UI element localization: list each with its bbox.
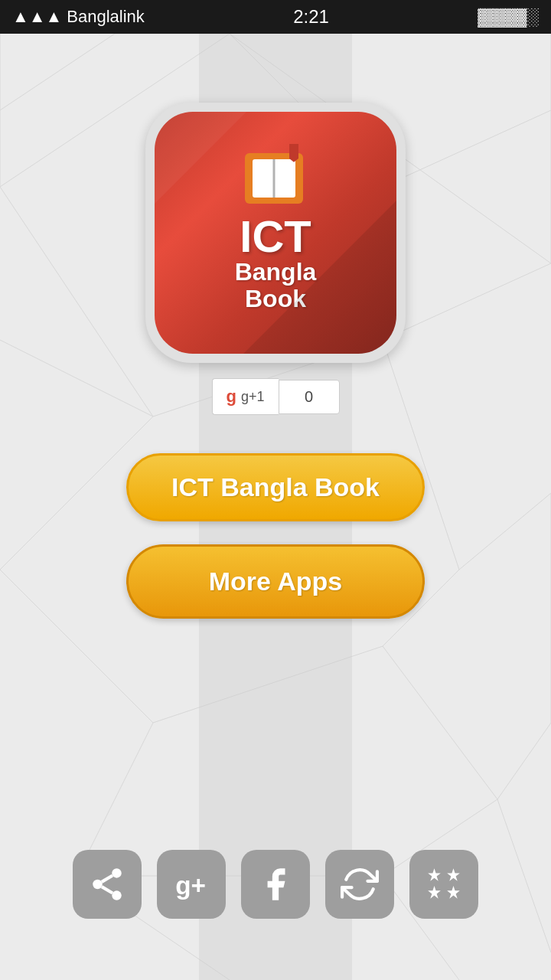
svg-marker-37 xyxy=(428,886,441,899)
svg-text:g+: g+ xyxy=(175,871,206,900)
facebook-button[interactable] xyxy=(241,850,310,919)
svg-marker-35 xyxy=(428,868,441,881)
rate-button[interactable] xyxy=(409,850,478,919)
app-icon: ICT Bangla Book xyxy=(155,112,396,354)
icon-decoration2 xyxy=(155,112,246,204)
google-plus-button[interactable]: g+ xyxy=(157,850,226,919)
carrier-info: ▲▲▲ Banglalink xyxy=(12,7,145,27)
book-pages xyxy=(253,159,295,198)
google-plus-icon: g+ xyxy=(172,865,210,903)
svg-line-32 xyxy=(102,887,112,893)
svg-marker-38 xyxy=(447,886,460,899)
gplus-area: g g+1 0 xyxy=(212,378,340,415)
refresh-button[interactable] xyxy=(325,850,394,919)
svg-point-30 xyxy=(93,880,103,890)
facebook-icon xyxy=(256,865,295,903)
gplus-button[interactable]: g g+1 xyxy=(212,378,279,415)
icon-text-bangla: Bangla xyxy=(235,259,317,286)
battery-icon: ▓▓▓▓░ xyxy=(478,7,539,27)
more-apps-button[interactable]: More Apps xyxy=(126,544,425,619)
main-content: ICT Bangla Book g g+1 0 ICT Bangla Book … xyxy=(0,34,551,619)
book-bookmark xyxy=(289,144,298,162)
svg-point-29 xyxy=(112,868,122,878)
gplus-label: g+1 xyxy=(241,389,265,405)
bottom-icons-bar: g+ xyxy=(73,850,478,919)
book-spine xyxy=(273,159,276,198)
status-bar: ▲▲▲ Banglalink 2:21 ▓▓▓▓░ xyxy=(0,0,551,34)
share-button[interactable] xyxy=(73,850,142,919)
gplus-count: 0 xyxy=(279,380,340,414)
app-icon-container[interactable]: ICT Bangla Book xyxy=(145,103,406,363)
refresh-icon xyxy=(341,865,379,903)
share-icon xyxy=(88,865,126,903)
book-icon xyxy=(245,153,306,208)
svg-marker-36 xyxy=(447,868,460,881)
icon-text-ict: ICT xyxy=(240,214,311,259)
battery-area: ▓▓▓▓░ xyxy=(478,7,539,27)
carrier-name: Banglalink xyxy=(67,7,145,27)
svg-point-31 xyxy=(112,890,122,900)
rate-icon xyxy=(425,865,463,903)
svg-line-33 xyxy=(102,876,112,882)
signal-icon: ▲▲▲ xyxy=(12,7,62,27)
gplus-g-letter: g xyxy=(227,387,236,407)
ict-book-button[interactable]: ICT Bangla Book xyxy=(126,453,425,521)
clock: 2:21 xyxy=(293,6,329,28)
